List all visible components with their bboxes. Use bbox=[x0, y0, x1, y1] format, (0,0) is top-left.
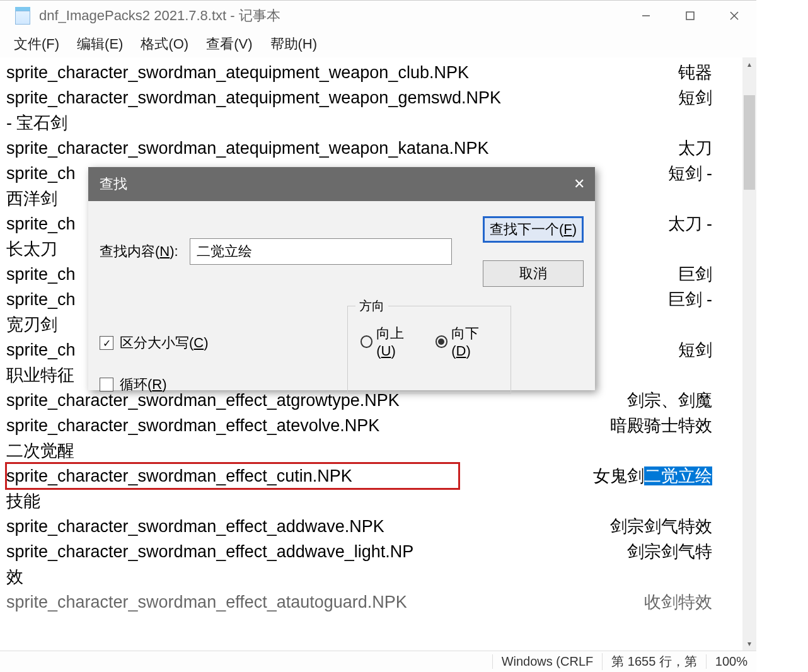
selected-text: 二觉立绘 bbox=[644, 466, 712, 485]
find-dialog: 查找 ✕ 查找内容(N): 查找下一个(F) 取消 ✓区分大小写(C) bbox=[88, 167, 595, 390]
menubar: 文件(F) 编辑(E) 格式(O) 查看(V) 帮助(H) bbox=[0, 31, 756, 57]
scroll-thumb[interactable] bbox=[744, 95, 755, 190]
wrap-checkbox[interactable]: 循环(R) bbox=[100, 375, 209, 394]
status-encoding: Windows (CRLF bbox=[492, 654, 603, 669]
direction-legend: 方向 bbox=[355, 298, 388, 315]
window-title: dnf_ImagePacks2 2021.7.8.txt - 记事本 bbox=[39, 6, 624, 25]
direction-down-radio[interactable]: 向下(D) bbox=[436, 324, 498, 359]
menu-help[interactable]: 帮助(H) bbox=[270, 35, 318, 54]
text-line[interactable]: sprite_character_swordman_effect_addwave… bbox=[6, 539, 751, 564]
text-line[interactable]: sprite_character_swordman_atequipment_we… bbox=[6, 85, 751, 110]
status-zoom: 100% bbox=[706, 654, 756, 669]
cancel-button[interactable]: 取消 bbox=[483, 260, 584, 287]
titlebar[interactable]: dnf_ImagePacks2 2021.7.8.txt - 记事本 bbox=[0, 1, 756, 31]
menu-edit[interactable]: 编辑(E) bbox=[77, 35, 123, 54]
find-close-button[interactable]: ✕ bbox=[563, 176, 595, 192]
text-line[interactable]: - 宝石剑 bbox=[6, 110, 751, 136]
find-label: 查找内容(N): bbox=[100, 242, 178, 261]
minimize-button[interactable] bbox=[624, 1, 668, 31]
text-line[interactable]: sprite_character_swordman_atequipment_we… bbox=[6, 136, 751, 161]
match-case-checkbox[interactable]: ✓区分大小写(C) bbox=[100, 333, 209, 352]
direction-group: 方向 向上(U) 向下(D) bbox=[347, 306, 511, 394]
text-line[interactable]: sprite_character_swordman_effect_atautog… bbox=[6, 589, 751, 615]
menu-format[interactable]: 格式(O) bbox=[141, 35, 188, 54]
direction-up-radio[interactable]: 向上(U) bbox=[361, 324, 423, 359]
find-title-text: 查找 bbox=[100, 175, 127, 194]
text-line[interactable]: 技能 bbox=[6, 489, 751, 514]
vertical-scrollbar[interactable]: ▴ ▾ bbox=[742, 57, 756, 651]
menu-file[interactable]: 文件(F) bbox=[14, 35, 59, 54]
find-next-button[interactable]: 查找下一个(F) bbox=[483, 216, 584, 243]
text-line[interactable]: 效 bbox=[6, 564, 751, 589]
text-line[interactable]: sprite_character_swordman_effect_atevolv… bbox=[6, 413, 751, 438]
notepad-window: dnf_ImagePacks2 2021.7.8.txt - 记事本 文件(F)… bbox=[0, 0, 756, 672]
maximize-button[interactable] bbox=[668, 1, 712, 31]
menu-view[interactable]: 查看(V) bbox=[206, 35, 252, 54]
text-line[interactable]: sprite_character_swordman_effect_addwave… bbox=[6, 514, 751, 539]
find-titlebar[interactable]: 查找 ✕ bbox=[88, 167, 595, 201]
notepad-icon bbox=[15, 7, 30, 25]
statusbar: Windows (CRLF 第 1655 行，第 100% bbox=[0, 651, 756, 672]
text-line[interactable]: sprite_character_swordman_atequipment_we… bbox=[6, 60, 751, 85]
scroll-down-icon[interactable]: ▾ bbox=[742, 637, 756, 651]
text-line[interactable]: sprite_character_swordman_effect_cutin.N… bbox=[6, 463, 751, 489]
svg-rect-1 bbox=[686, 12, 694, 20]
text-line[interactable]: 二次觉醒 bbox=[6, 438, 751, 463]
find-input[interactable] bbox=[190, 238, 452, 265]
scroll-up-icon[interactable]: ▴ bbox=[742, 57, 756, 71]
status-position: 第 1655 行，第 bbox=[602, 653, 706, 670]
close-button[interactable] bbox=[712, 1, 756, 31]
